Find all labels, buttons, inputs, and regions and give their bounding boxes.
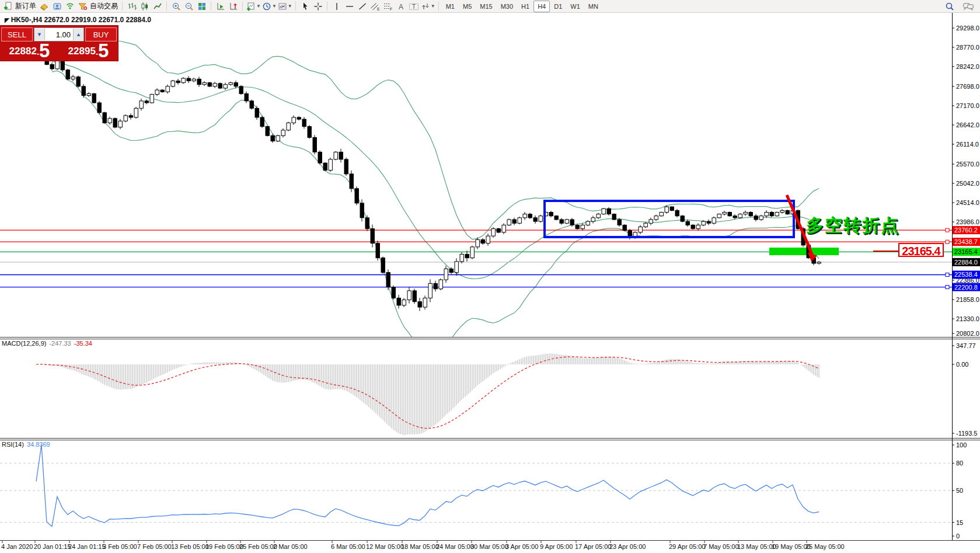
macd-name: MACD(12,26,9) bbox=[2, 340, 46, 347]
volume-decrease-button[interactable]: ▼ bbox=[34, 29, 45, 40]
level-endpoint-marker[interactable] bbox=[946, 228, 949, 232]
level-endpoint-marker[interactable] bbox=[946, 240, 949, 244]
candle-body bbox=[339, 152, 343, 159]
autotrade-label[interactable]: 自动交易 bbox=[90, 1, 118, 11]
candle-body bbox=[428, 283, 432, 298]
candle-body bbox=[161, 90, 164, 92]
candle-body bbox=[203, 83, 206, 85]
signals-button[interactable] bbox=[64, 1, 76, 12]
buy-price[interactable]: 22895.5 bbox=[59, 42, 118, 61]
price-chip-label: 22538.4 bbox=[954, 271, 978, 278]
channel-button[interactable]: E bbox=[369, 1, 382, 12]
candle-body bbox=[765, 213, 768, 216]
candle-chart-button[interactable] bbox=[138, 1, 151, 12]
autotrade-icon bbox=[78, 2, 88, 11]
line-chart-button[interactable] bbox=[151, 1, 164, 12]
candle-body bbox=[681, 216, 684, 221]
chart-shift-button[interactable] bbox=[227, 1, 240, 12]
data-window-icon bbox=[53, 2, 62, 11]
candle-body bbox=[287, 123, 290, 130]
template-button[interactable]: ▼ bbox=[277, 1, 293, 12]
candle-body bbox=[439, 280, 442, 289]
candle-body bbox=[371, 229, 374, 244]
timeframe-m5-button[interactable]: M5 bbox=[459, 1, 476, 12]
candle-body bbox=[166, 86, 169, 92]
level-endpoint-marker[interactable] bbox=[946, 273, 949, 276]
timeframe-m30-button[interactable]: M30 bbox=[497, 1, 517, 12]
trendline-button[interactable] bbox=[356, 1, 369, 12]
candle-body bbox=[234, 83, 238, 86]
new-chart-icon bbox=[246, 2, 256, 11]
volume-value[interactable]: 1.00 bbox=[45, 30, 73, 39]
candle-body bbox=[654, 216, 658, 220]
candle-body bbox=[266, 127, 269, 136]
level-endpoint-marker[interactable] bbox=[946, 286, 949, 289]
zoom-in-button[interactable] bbox=[170, 1, 183, 12]
timeframe-d1-button[interactable]: D1 bbox=[550, 1, 566, 12]
timeframe-h4-button[interactable]: H4 bbox=[533, 1, 550, 12]
horizontal-line-button[interactable] bbox=[343, 1, 356, 12]
candle-body bbox=[402, 300, 406, 305]
chat-button[interactable] bbox=[962, 1, 975, 12]
new-order-button[interactable] bbox=[2, 1, 15, 12]
one-click-toggle-icon[interactable]: ◤ bbox=[5, 17, 9, 23]
search-button[interactable] bbox=[943, 1, 956, 12]
candle-body bbox=[423, 298, 427, 307]
candle-body bbox=[591, 218, 595, 221]
candle-body bbox=[103, 113, 106, 123]
fibonacci-button[interactable]: F bbox=[382, 1, 395, 12]
cursor-button[interactable] bbox=[299, 1, 312, 12]
data-window-button[interactable] bbox=[51, 1, 64, 12]
zoom-out-button[interactable] bbox=[183, 1, 196, 12]
macd-tick-label: 0.00 bbox=[956, 361, 968, 368]
candle-body bbox=[602, 208, 605, 214]
svg-text:A: A bbox=[399, 2, 403, 11]
new-order-label[interactable]: 新订单 bbox=[15, 1, 36, 11]
text-button[interactable]: A bbox=[395, 1, 407, 12]
new-order-icon bbox=[4, 2, 13, 11]
candle-body bbox=[281, 130, 285, 135]
crosshair-button[interactable] bbox=[312, 1, 325, 12]
new-chart-button[interactable]: ▼ bbox=[246, 1, 261, 12]
arrows-button[interactable]: ▼ bbox=[420, 1, 436, 12]
candle-body bbox=[292, 117, 295, 123]
vertical-line-button[interactable] bbox=[330, 1, 343, 12]
dropdown-caret-icon: ▼ bbox=[272, 4, 277, 9]
text-label-button[interactable]: T bbox=[407, 1, 420, 12]
candle-body bbox=[497, 229, 500, 232]
text-label-icon: T bbox=[409, 2, 419, 11]
candle-body bbox=[381, 258, 385, 273]
sell-button[interactable]: SELL bbox=[1, 27, 33, 41]
auto-scroll-button[interactable] bbox=[214, 1, 227, 12]
candle-body bbox=[728, 213, 731, 216]
time-axis-label: 25 May 05:00 bbox=[805, 543, 845, 550]
bar-chart-icon bbox=[127, 2, 137, 11]
candle-body bbox=[355, 189, 358, 203]
timeframe-m15-button[interactable]: M15 bbox=[476, 1, 496, 12]
profiles-button[interactable]: ▼ bbox=[261, 1, 277, 12]
price-tick-label: 26114.0 bbox=[956, 141, 979, 148]
candle-body bbox=[171, 81, 175, 86]
time-axis-label: 24 Mar 05:00 bbox=[436, 543, 474, 550]
candle-body bbox=[597, 214, 600, 218]
timeframe-mn-button[interactable]: MN bbox=[584, 1, 602, 12]
candle-body bbox=[539, 216, 542, 221]
bar-chart-button[interactable] bbox=[125, 1, 138, 12]
timeframe-w1-button[interactable]: W1 bbox=[566, 1, 584, 12]
autotrade-button[interactable] bbox=[76, 1, 89, 12]
timeframe-m1-button[interactable]: M1 bbox=[442, 1, 459, 12]
rsi-tick-label: 0 bbox=[956, 533, 960, 540]
tile-windows-button[interactable] bbox=[196, 1, 208, 12]
candle-body bbox=[250, 101, 253, 109]
candle-body bbox=[623, 225, 626, 230]
toolbar-separator bbox=[166, 2, 168, 11]
market-watch-button[interactable] bbox=[38, 1, 51, 12]
timeframe-h1-button[interactable]: H1 bbox=[517, 1, 533, 12]
line-chart-icon bbox=[153, 2, 162, 11]
candle-body bbox=[749, 213, 752, 216]
sell-price[interactable]: 22882.5 bbox=[0, 42, 59, 61]
toolbar-separator bbox=[438, 2, 440, 11]
volume-increase-button[interactable]: ▲ bbox=[73, 29, 83, 40]
price-callout-box[interactable]: 23165.4 bbox=[898, 243, 944, 257]
candle-body bbox=[87, 93, 90, 95]
